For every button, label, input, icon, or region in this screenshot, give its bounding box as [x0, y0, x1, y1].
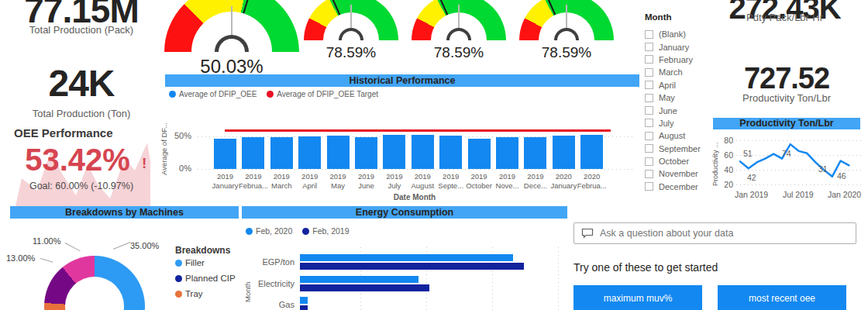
- energy-legend-feb-2019[interactable]: Feb, 2019: [302, 226, 349, 236]
- historical-bar[interactable]: [439, 136, 462, 169]
- gauge-2-value: 78.59%: [304, 44, 398, 61]
- checkbox-icon[interactable]: [645, 170, 653, 178]
- legend-filler-label: Filler: [185, 258, 205, 267]
- historical-bar[interactable]: [214, 139, 236, 169]
- legend-avg-oee[interactable]: Average of DFIP_OEE: [169, 90, 257, 98]
- historical-bar[interactable]: [468, 139, 491, 170]
- month-option-label: January: [659, 43, 689, 52]
- month-option-label: March: [659, 67, 683, 77]
- month-slicer-option[interactable]: October: [645, 155, 715, 167]
- energy-category-label: Electricity: [239, 279, 294, 288]
- month-slicer-title: Month: [645, 12, 671, 22]
- legend-tray-label: Tray: [185, 289, 203, 298]
- legend-dot-filler: [175, 260, 182, 267]
- qna-suggestion-most-recent-oee[interactable]: most recent oee: [718, 285, 846, 310]
- month-slicer-option[interactable]: August: [645, 129, 715, 142]
- kpi-pdty-pack-label: Pdty Pack/Lbr-Hr: [705, 12, 864, 23]
- checkbox-icon[interactable]: [645, 55, 653, 64]
- historical-xtick: 2020January: [549, 172, 578, 191]
- month-slicer-option[interactable]: April: [645, 79, 715, 91]
- checkbox-icon[interactable]: [645, 68, 653, 77]
- historical-bar[interactable]: [327, 136, 350, 169]
- checkbox-icon[interactable]: [645, 119, 653, 127]
- speech-bubble-icon: [581, 228, 594, 239]
- checkbox-icon[interactable]: [645, 132, 653, 140]
- breakdowns-legend-item-tray[interactable]: Tray: [175, 289, 203, 298]
- donut-callout-35: 35.00%: [130, 241, 159, 250]
- checkbox-icon[interactable]: [645, 94, 653, 102]
- energy-bar[interactable]: [300, 276, 418, 283]
- month-slicer-option[interactable]: (Blank): [645, 28, 715, 40]
- month-option-label: August: [659, 131, 685, 140]
- breakdowns-legend-item-planned-cip[interactable]: Planned CIP: [175, 274, 236, 283]
- month-slicer-option[interactable]: July: [645, 117, 715, 129]
- checkbox-icon[interactable]: [645, 182, 653, 191]
- prod-ytick-80: 80: [719, 136, 733, 145]
- historical-xtick: 2019Nove...: [493, 172, 522, 191]
- oee-goal-text: Goal: 60.00% (-10.97%): [0, 181, 163, 191]
- kpi-total-production-ton-value: 24K: [0, 62, 163, 105]
- breakdowns-legend-item-filler[interactable]: Filler: [175, 258, 205, 267]
- legend-dot-red: [267, 91, 274, 98]
- energy-bar[interactable]: [300, 254, 513, 261]
- month-option-label: October: [659, 157, 689, 166]
- energy-gridline: [558, 244, 559, 310]
- gauge-3-value: 78.59%: [412, 44, 506, 61]
- legend-dot-feb-2020: [246, 228, 253, 235]
- historical-bar[interactable]: [383, 135, 405, 169]
- month-slicer-option[interactable]: March: [645, 66, 715, 78]
- checkbox-icon[interactable]: [645, 106, 653, 115]
- checkbox-icon[interactable]: [645, 43, 653, 51]
- historical-bar[interactable]: [580, 135, 603, 170]
- month-slicer-option[interactable]: December: [645, 181, 715, 193]
- qna-input[interactable]: [598, 227, 856, 239]
- historical-x-axis-labels: 2019January2019Februa...2019March2019Apr…: [198, 172, 634, 192]
- historical-bar[interactable]: [553, 136, 575, 169]
- month-option-label: April: [659, 81, 676, 90]
- month-option-label: July: [659, 119, 674, 128]
- energy-bar[interactable]: [300, 263, 524, 270]
- month-option-label: (Blank): [659, 29, 686, 39]
- qna-search-box[interactable]: [574, 222, 856, 244]
- oee-performance-value: 53.42%: [0, 143, 155, 177]
- energy-bar[interactable]: [300, 305, 308, 310]
- energy-category-label: EGP/ton: [239, 257, 294, 267]
- prod-xtick-jul2019: Jul 2019: [783, 190, 814, 199]
- historical-xtick: 2019July: [380, 172, 409, 191]
- historical-bar[interactable]: [355, 137, 377, 169]
- historical-xtick: 2019April: [295, 172, 325, 191]
- month-slicer-option[interactable]: September: [645, 143, 715, 155]
- historical-bar[interactable]: [524, 137, 546, 169]
- gridline-0pct: [198, 169, 634, 170]
- month-slicer-option[interactable]: June: [645, 104, 715, 116]
- legend-avg-oee-target[interactable]: Average of DFIP_OEE Target: [267, 90, 378, 98]
- checkbox-icon[interactable]: [645, 81, 653, 89]
- historical-bar[interactable]: [412, 135, 434, 170]
- historical-xtick: 2020Februa...: [577, 172, 607, 191]
- energy-legend-feb-2020[interactable]: Feb, 2020: [246, 226, 292, 236]
- historical-bar[interactable]: [298, 136, 321, 169]
- kpi-pdty-ton-label: Productivity Ton/Lbr: [713, 92, 860, 104]
- qna-hint-text: Try one of these to get started: [574, 261, 718, 274]
- checkbox-icon[interactable]: [645, 144, 653, 153]
- energy-bar[interactable]: [300, 297, 308, 304]
- month-slicer-option[interactable]: November: [645, 167, 715, 180]
- month-slicer-option[interactable]: February: [645, 53, 715, 66]
- historical-xtick: 2019October: [464, 172, 494, 191]
- qna-suggestion-maximum-muv[interactable]: maximum muv%: [574, 285, 702, 310]
- month-slicer-option[interactable]: January: [645, 40, 715, 53]
- historical-bar[interactable]: [242, 137, 264, 169]
- checkbox-icon[interactable]: [645, 30, 653, 39]
- historical-y-axis-label: Average of DF...: [160, 115, 168, 175]
- month-slicer-option[interactable]: May: [645, 91, 715, 104]
- energy-bar[interactable]: [300, 284, 429, 291]
- legend-avg-oee-target-label: Average of DFIP_OEE Target: [277, 90, 378, 98]
- energy-legend: Feb, 2020 Feb, 2019: [246, 226, 357, 236]
- legend-dot-planned-cip: [175, 275, 182, 282]
- historical-xtick: 2019Dece...: [521, 172, 550, 191]
- historical-bar[interactable]: [270, 137, 293, 169]
- prod-xtick-jan2020: Jan 2020: [828, 190, 861, 199]
- historical-performance-header: Historical Performance: [165, 74, 639, 87]
- historical-bar[interactable]: [496, 137, 518, 169]
- checkbox-icon[interactable]: [645, 157, 653, 166]
